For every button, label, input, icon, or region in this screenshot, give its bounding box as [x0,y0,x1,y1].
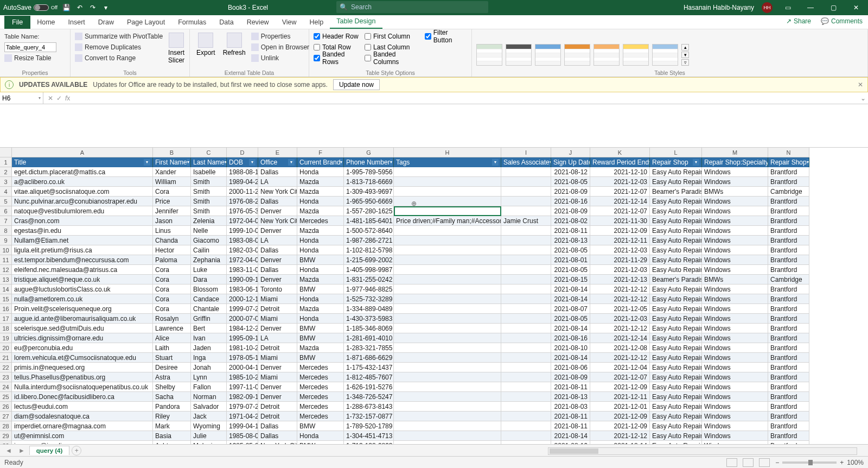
cell[interactable]: 1976-08-29 [227,197,258,206]
row-header[interactable]: 6 [0,206,12,216]
table-style-swatch[interactable] [476,44,502,66]
cell[interactable]: Beamer's Paradise [650,275,702,284]
cell[interactable]: 1981-10-26 [227,343,258,353]
cell[interactable]: Windows [702,226,768,236]
cell[interactable]: Denver [258,275,297,284]
cell[interactable]: 2021-08-05 [551,177,590,187]
cell[interactable]: BMWs [702,275,768,284]
cell[interactable]: vitae.aliquet@sociisnatoque.com [12,187,153,197]
cell[interactable]: 1985-08-06 [227,431,258,441]
name-box[interactable]: H6▾ [0,92,43,104]
cell[interactable]: Brantford [768,431,809,441]
cell[interactable]: 2021-12-03 [590,314,650,324]
ribbon-tab-draw[interactable]: Draw [92,16,120,29]
cell[interactable]: 1999-07-29 [227,304,258,314]
table-style-swatch[interactable] [506,44,532,66]
ribbon-tab-page-layout[interactable]: Page Layout [120,16,171,29]
cell[interactable]: 2021-08-14 [551,284,590,294]
cell[interactable]: Brantford [768,324,809,333]
cell[interactable] [394,304,501,314]
cell[interactable]: Easy Auto Repair [650,236,702,245]
cell[interactable]: 1-831-255-0242 [344,275,394,284]
cell[interactable]: Windows [702,206,768,216]
cell[interactable]: Windows [702,236,768,245]
cell[interactable]: Windows [702,167,768,177]
filter-icon[interactable]: ▾ [144,159,150,166]
cell[interactable]: Isabelle [191,167,227,177]
cell[interactable]: Brantford [768,255,809,265]
table-header[interactable]: Last Name▾ [191,157,227,167]
cell[interactable] [394,343,501,353]
cell[interactable]: Zephania [191,255,227,265]
cell[interactable] [501,363,551,372]
cell[interactable]: 2021-11-30 [590,216,650,226]
view-layout-button[interactable] [743,458,754,467]
cell[interactable]: Windows [702,324,768,333]
cell[interactable]: 2021-08-09 [551,372,590,382]
update-now-button[interactable]: Update now [333,79,380,90]
cell[interactable]: 2021-08-05 [551,245,590,255]
cell[interactable]: 1972-04-03 [227,255,258,265]
cell[interactable]: Mark [153,421,191,431]
ribbon-tab-home[interactable]: Home [30,16,61,29]
cell[interactable]: 1988-08-15 [227,167,258,177]
cell[interactable] [501,431,551,441]
cell[interactable]: lectus@eudui.com [12,402,153,412]
cell[interactable]: Brantford [768,382,809,392]
table-style-swatch[interactable] [535,44,561,66]
cell[interactable]: 2021-08-16 [551,197,590,206]
cell[interactable]: Mercedes [297,216,344,226]
cell[interactable]: Hector [153,245,191,255]
table-header[interactable]: Repair Shop▾ [650,157,702,167]
col-header[interactable]: M [702,148,768,157]
cell[interactable]: 1999-10-04 [227,226,258,236]
cell[interactable] [394,324,501,333]
col-header[interactable]: E [258,148,297,157]
cell[interactable] [394,275,501,284]
cell[interactable]: Brantford [768,226,809,236]
table-styles-gallery[interactable]: ▴▾▿ [476,31,863,75]
col-header[interactable]: C [191,148,227,157]
cell[interactable]: Detroit [258,304,297,314]
cell[interactable] [394,412,501,421]
export-button[interactable]: Export [194,31,218,75]
cell[interactable]: Windows [702,382,768,392]
cell[interactable]: 2021-12-12 [590,324,650,333]
cell[interactable] [501,245,551,255]
cell[interactable]: Honda [297,431,344,441]
cell[interactable]: Brantford [768,265,809,275]
cell[interactable]: Denver [258,392,297,402]
cell[interactable]: 1978-05-18 [227,353,258,363]
cell[interactable]: Detroit [258,402,297,412]
col-header[interactable]: F [297,148,344,157]
sheet-nav-prev-icon[interactable]: ◄ [3,447,14,454]
cell[interactable]: BMW [297,333,344,343]
filter-icon[interactable]: ▾ [693,159,699,166]
cell[interactable]: 1-283-321-7855 [344,343,394,353]
cell[interactable]: Mercedes [297,363,344,372]
sheet-tab[interactable]: query (4) [29,446,70,455]
cell[interactable]: Easy Auto Repair [650,343,702,353]
cell[interactable]: Brantford [768,343,809,353]
cell[interactable]: Blossom [191,284,227,294]
cell[interactable] [394,372,501,382]
col-header[interactable]: I [501,148,551,157]
cell[interactable]: Cambridge [768,275,809,284]
cell[interactable]: Mazda [297,187,344,197]
cell[interactable]: Honda [297,314,344,324]
cell[interactable]: Beamer's Paradise [650,187,702,197]
cell[interactable]: Mercedes [297,392,344,402]
cell[interactable]: 1-557-280-1625 [344,206,394,216]
cell[interactable]: Windows [702,265,768,275]
row-header[interactable]: 14 [0,284,12,294]
filter-icon[interactable]: ▾ [390,159,392,166]
first-col-check[interactable]: First Column [365,31,422,41]
ribbon-tab-view[interactable]: View [276,16,303,29]
table-style-swatch[interactable] [623,44,649,66]
cell[interactable]: Cora [153,284,191,294]
fx-icon[interactable]: fx [65,94,70,102]
cell[interactable]: Brantford [768,284,809,294]
row-header[interactable]: 18 [0,324,12,333]
cell[interactable]: 2021-08-14 [551,294,590,304]
cell[interactable]: 2021-12-12 [590,284,650,294]
